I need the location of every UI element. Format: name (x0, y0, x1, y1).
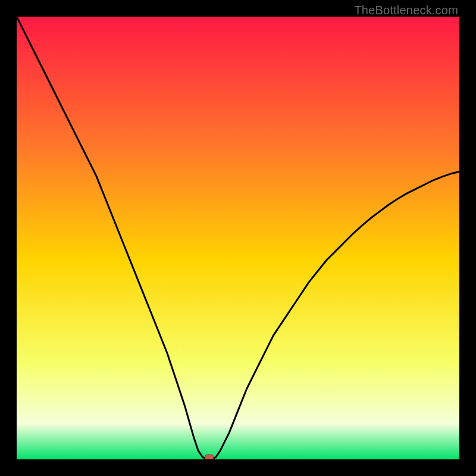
watermark-text: TheBottleneck.com (354, 4, 458, 17)
chart-frame: TheBottleneck.com (0, 0, 476, 476)
gradient-background (17, 17, 459, 459)
min-point-marker (205, 455, 214, 459)
bottleneck-chart (17, 17, 459, 459)
